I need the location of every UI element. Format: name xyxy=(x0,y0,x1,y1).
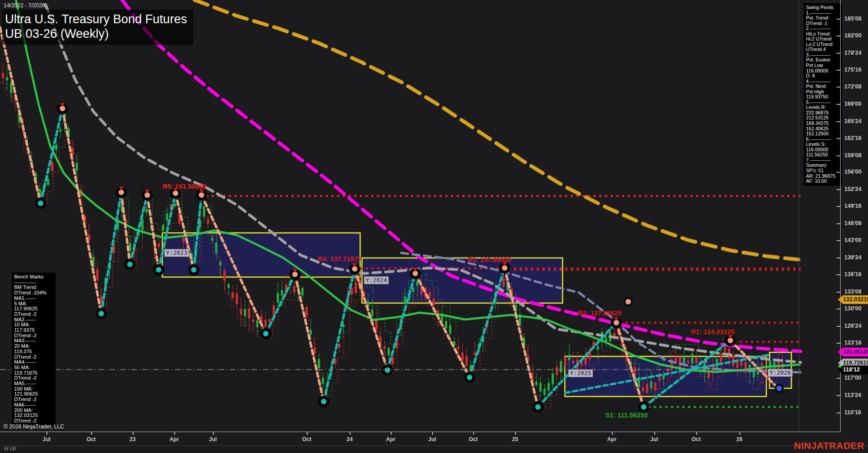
time-tick xyxy=(391,432,392,435)
chart-title-line1: Ultra U.S. Treasury Bond Futures xyxy=(5,12,187,26)
ma-gold-dashed xyxy=(195,0,801,260)
footer-divider xyxy=(0,445,868,446)
time-tick-label: Oct xyxy=(463,436,483,443)
price-tick xyxy=(837,309,840,309)
time-tick xyxy=(739,432,740,435)
panel-line: 168.34375 xyxy=(806,121,840,126)
panel-line: 119.375 xyxy=(14,349,53,355)
price-tick-label: 133'08 xyxy=(844,288,868,295)
time-tick xyxy=(515,432,516,435)
time-tick xyxy=(133,432,134,435)
time-tick-label: Jul xyxy=(644,436,664,443)
price-tick-label: 169'00 xyxy=(844,101,868,107)
price-tick xyxy=(837,87,840,88)
level-label-R1: R1: 124.03125 xyxy=(691,328,734,335)
time-tick xyxy=(696,432,697,435)
price-tick xyxy=(837,378,840,379)
swing-pivots-panel: Swing Pivots1.-------------Pvt. Trend:DT… xyxy=(804,3,842,186)
panel-line: DTrend -2 xyxy=(14,312,53,317)
year-chip[interactable]: Y:2026 xyxy=(768,369,793,377)
level-label-R2: R2: 127.65625 xyxy=(578,309,621,317)
price-tick-label: 143'00 xyxy=(844,237,868,243)
time-tick xyxy=(91,432,92,435)
time-tick xyxy=(213,432,214,435)
price-tick-label: 159'08 xyxy=(844,152,868,159)
time-tick xyxy=(350,432,351,435)
panel-line: Pvt. Trend: xyxy=(806,15,840,21)
time-tick-label: Apr xyxy=(164,436,184,443)
panel-line: Bench Marks xyxy=(14,274,53,280)
price-tick-label: 156'00 xyxy=(844,169,868,175)
year-chip[interactable]: Y:2025 xyxy=(568,369,593,377)
price-tick xyxy=(837,138,840,139)
panel-line: AF: 10.00 xyxy=(806,179,840,184)
time-tick xyxy=(612,432,613,435)
year-chip[interactable]: Y:2023 xyxy=(164,249,189,257)
price-tick-label: 146'08 xyxy=(844,220,868,226)
time-tick xyxy=(654,432,655,435)
price-tick xyxy=(837,395,840,396)
price-tick xyxy=(837,326,840,327)
price-tick xyxy=(837,189,840,190)
time-axis-line xyxy=(0,432,841,432)
price-tick-label: 172'08 xyxy=(844,83,868,90)
price-tick xyxy=(837,104,840,105)
price-tick xyxy=(837,240,840,241)
plot-right-border xyxy=(799,0,799,432)
ninjatrader-logo: NINJATRADER xyxy=(794,440,864,451)
time-tick-label: 23 xyxy=(123,436,143,443)
time-tick-label: 25 xyxy=(505,436,525,443)
chart-surface[interactable] xyxy=(0,0,868,453)
price-tick xyxy=(837,274,840,275)
price-tick xyxy=(837,257,840,258)
panel-line: 2.------------- xyxy=(806,26,840,31)
price-tick-label: 152'24 xyxy=(844,186,868,192)
time-tick xyxy=(174,432,175,435)
price-tick-label: 139'24 xyxy=(844,254,868,261)
panel-line: 55 MA: xyxy=(14,365,53,371)
year-chip[interactable]: Y:2024 xyxy=(364,276,389,284)
price-tick-label: 110'16 xyxy=(844,409,868,416)
panel-line: MA6.------ xyxy=(14,402,53,408)
panel-line: MA1.------ xyxy=(14,296,53,301)
time-tick-label: Oct xyxy=(686,436,706,443)
price-tick-label: 117'00 xyxy=(844,375,868,381)
price-tick-label: 113'24 xyxy=(844,392,868,398)
price-tick xyxy=(837,121,840,122)
price-tick-label: 182'00 xyxy=(844,32,868,39)
time-tick-label: 24 xyxy=(340,436,360,443)
time-tick-label: 26 xyxy=(729,436,749,443)
level-label-R4: R4: 137.71875 xyxy=(318,255,361,263)
level-label-R5: R5: 151.50000 xyxy=(163,183,206,190)
price-tick xyxy=(837,206,840,207)
price-marker: 132.03219 xyxy=(838,295,868,304)
price-tick-label: 185'08 xyxy=(844,15,868,22)
price-tick-label: 130'00 xyxy=(844,305,868,312)
ma-gray-dashed xyxy=(46,5,801,362)
price-tick-label: 165'24 xyxy=(844,118,868,124)
price-tick xyxy=(837,343,840,344)
price-tick xyxy=(837,70,840,71)
time-tick-label: Apr xyxy=(602,436,622,443)
panel-line: Pvt Low xyxy=(806,63,840,68)
time-tick-label: Jul xyxy=(36,436,57,443)
instrument-tab[interactable]: W UB xyxy=(4,446,16,451)
price-tick xyxy=(837,412,840,413)
copyright-text: © 2026 NinjaTrader, LLC xyxy=(4,423,64,430)
price-tick-label: 136'16 xyxy=(844,271,868,278)
price-tick xyxy=(837,172,840,173)
chart-title-line2: UB 03-26 (Weekly) xyxy=(5,26,187,41)
panel-line: 152.12500 xyxy=(806,131,840,137)
price-tick-label: 126'24 xyxy=(844,323,868,329)
panel-line: D: 8 xyxy=(806,73,840,79)
price-tick xyxy=(837,53,840,54)
panel-line: DTrend -2 xyxy=(14,418,53,424)
time-tick xyxy=(46,432,47,435)
panel-line: MA5.------ xyxy=(14,381,53,386)
price-tick xyxy=(837,292,840,293)
price-marker: 118'12 xyxy=(838,365,868,374)
time-tick-label: Oct xyxy=(297,436,317,443)
swing-zigzag-layer xyxy=(0,27,784,413)
chart-date-range: 14/2022 - 7/2026 xyxy=(4,2,45,9)
price-tick-label: 178'24 xyxy=(844,50,868,56)
